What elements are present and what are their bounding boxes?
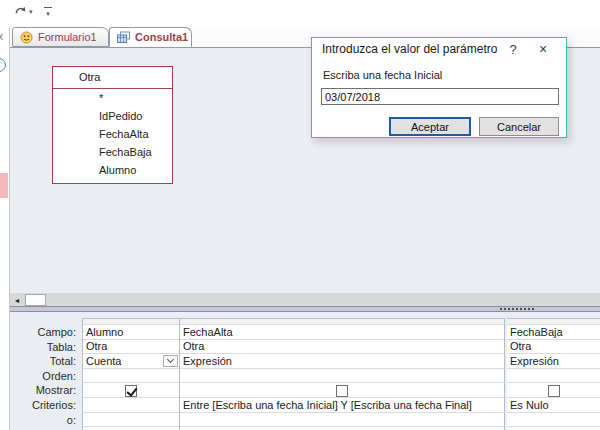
parameter-dialog: Introduzca el valor del parámetro ? × Es…	[311, 37, 567, 138]
row-label-o: o:	[10, 413, 80, 428]
navigation-pane-edge: x	[0, 28, 10, 430]
mostrar-cell[interactable]	[83, 383, 179, 398]
total-dropdown-button[interactable]	[163, 355, 178, 367]
parameter-input[interactable]	[321, 88, 559, 105]
column-selector[interactable]	[180, 318, 504, 325]
campo-cell[interactable]: FechaBaja	[507, 325, 600, 340]
total-value: Expresión	[183, 355, 232, 368]
column-selector[interactable]	[507, 318, 600, 325]
campo-value: FechaBaja	[510, 326, 563, 339]
campo-cell[interactable]: FechaAlta	[180, 325, 504, 340]
total-cell[interactable]: Expresión	[180, 354, 504, 369]
grid-column-alumno: Alumno Otra Cuenta	[82, 318, 180, 430]
customize-qat-caret-icon: ▾	[46, 10, 50, 18]
orden-cell[interactable]	[507, 369, 600, 384]
field-item-idpedido[interactable]: IdPedido	[53, 107, 172, 125]
tabla-cell[interactable]: Otra	[507, 340, 600, 355]
accept-button[interactable]: Aceptar	[389, 117, 471, 136]
cutoff-glyph: x	[0, 31, 3, 42]
field-item-fechaalta[interactable]: FechaAlta	[53, 125, 172, 143]
criterios-value: Entre [Escriba una fecha Inicial] Y [Esc…	[183, 399, 472, 412]
tab-formulario1[interactable]: Formulario1	[12, 27, 109, 47]
cutoff-circle-fragment	[0, 58, 6, 72]
column-selector[interactable]	[83, 318, 179, 325]
total-value: Cuenta	[86, 355, 121, 368]
mostrar-checkbox[interactable]	[548, 385, 560, 397]
total-value: Expresión	[510, 355, 559, 368]
field-item-alumno[interactable]: Alumno	[53, 161, 172, 179]
tabla-value: Otra	[183, 340, 204, 353]
cutoff-highlight-fragment	[0, 173, 8, 198]
horizontal-scrollbar[interactable]: ◄	[10, 292, 600, 306]
splitter-grip-icon	[500, 308, 534, 310]
row-label-orden: Orden:	[10, 369, 80, 384]
criterios-cell[interactable]: Entre [Escriba una fecha Inicial] Y [Esc…	[180, 398, 504, 413]
scroll-left-arrow-icon: ◄	[14, 297, 21, 304]
query-icon	[117, 31, 130, 44]
campo-value: Alumno	[86, 326, 123, 339]
mostrar-cell[interactable]	[507, 383, 600, 398]
tabla-cell[interactable]: Otra	[83, 340, 179, 355]
field-list-title: Otra	[53, 67, 172, 88]
grid-column-fechaalta: FechaAlta Otra Expresión Entre [Escriba …	[180, 318, 505, 430]
campo-cell[interactable]: Alumno	[83, 325, 179, 340]
cancel-button[interactable]: Cancelar	[479, 117, 559, 136]
campo-value: FechaAlta	[183, 326, 233, 339]
field-item-asterisk[interactable]: *	[53, 89, 172, 107]
help-icon[interactable]: ?	[498, 42, 528, 57]
mostrar-checkbox[interactable]	[336, 385, 348, 397]
tabla-cell[interactable]: Otra	[180, 340, 504, 355]
orden-cell[interactable]	[83, 369, 179, 384]
quick-access-toolbar: ▾ ▾	[0, 0, 600, 28]
chevron-down-icon	[167, 356, 174, 363]
orden-cell[interactable]	[180, 369, 504, 384]
redo-dropdown-caret-icon[interactable]: ▾	[29, 8, 33, 16]
close-icon[interactable]: ×	[528, 41, 558, 57]
total-cell[interactable]: Expresión	[507, 354, 600, 369]
o-cell[interactable]	[83, 413, 179, 428]
redo-arrow-icon	[14, 5, 27, 18]
redo-button[interactable]: ▾	[14, 5, 33, 18]
o-cell[interactable]	[507, 413, 600, 428]
qbe-grid-pane: Campo: Tabla: Total: Orden: Mostrar: Cri…	[10, 312, 600, 430]
dialog-title: Introduzca el valor del parámetro	[312, 42, 498, 56]
field-list-otra: Otra * IdPedido FechaAlta FechaBaja Alum…	[52, 66, 173, 184]
customize-qat-button[interactable]: ▾	[44, 7, 52, 18]
access-window: ▾ ▾ Formulario1 Consulta1	[0, 0, 600, 430]
criterios-cell[interactable]: Es Nulo	[507, 398, 600, 413]
dialog-title-bar: Introduzca el valor del parámetro ? ×	[312, 38, 566, 60]
customize-qat-icon	[44, 7, 52, 8]
criterios-value: Es Nulo	[510, 399, 549, 412]
grid-row-labels: Campo: Tabla: Total: Orden: Mostrar: Cri…	[10, 325, 80, 427]
mostrar-cell[interactable]	[180, 383, 504, 398]
scroll-left-button[interactable]: ◄	[10, 293, 24, 307]
tab-label: Formulario1	[38, 31, 97, 43]
total-cell[interactable]: Cuenta	[83, 354, 179, 369]
form-icon	[20, 31, 33, 44]
criterios-cell[interactable]	[83, 398, 179, 413]
row-label-campo: Campo:	[10, 325, 80, 340]
field-item-fechabaja[interactable]: FechaBaja	[53, 143, 172, 161]
parameter-prompt: Escriba una fecha Inicial	[323, 69, 442, 81]
tabla-value: Otra	[510, 340, 531, 353]
row-label-total: Total:	[10, 354, 80, 369]
mostrar-checkbox[interactable]	[125, 385, 137, 397]
tabla-value: Otra	[86, 340, 107, 353]
tab-label: Consulta1	[135, 31, 188, 43]
grid-column-fechabaja: FechaBaja Otra Expresión Es Nulo	[507, 318, 600, 430]
tab-consulta1[interactable]: Consulta1	[109, 27, 192, 47]
row-label-tabla: Tabla:	[10, 340, 80, 355]
row-label-criterios: Criterios:	[10, 398, 80, 413]
row-label-mostrar: Mostrar:	[10, 383, 80, 398]
scrollbar-thumb[interactable]	[25, 294, 46, 306]
o-cell[interactable]	[180, 413, 504, 428]
